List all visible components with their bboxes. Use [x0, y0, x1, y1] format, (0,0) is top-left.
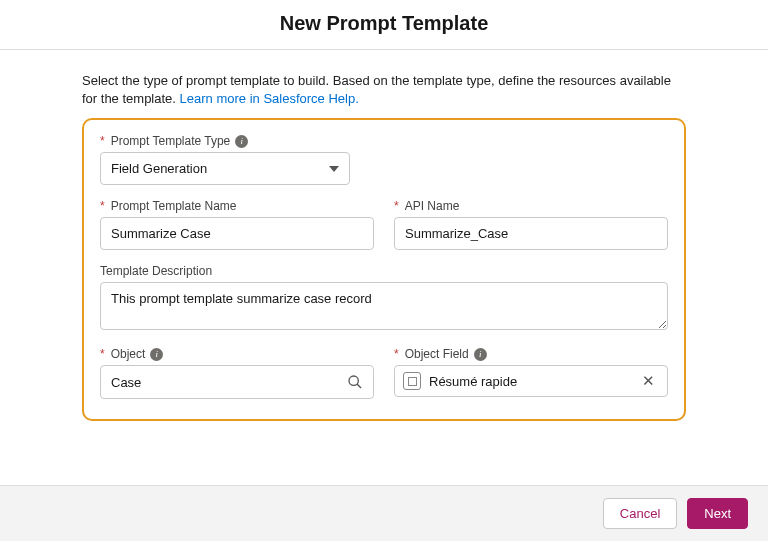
required-mark: *: [100, 134, 105, 148]
template-type-select[interactable]: Field Generation: [100, 152, 350, 185]
select-value: Field Generation: [111, 161, 207, 176]
label-text: Template Description: [100, 264, 212, 278]
label-description: Template Description: [100, 264, 668, 278]
svg-point-0: [349, 376, 358, 385]
label-text: Prompt Template Name: [111, 199, 237, 213]
modal-title: New Prompt Template: [0, 0, 768, 49]
info-icon[interactable]: i: [150, 348, 163, 361]
description-textarea[interactable]: [100, 282, 668, 330]
field-type-icon: [403, 372, 421, 390]
label-text: Object: [111, 347, 146, 361]
svg-line-1: [357, 384, 361, 388]
info-icon[interactable]: i: [235, 135, 248, 148]
cancel-button[interactable]: Cancel: [603, 498, 677, 529]
intro-copy: Select the type of prompt template to bu…: [82, 73, 671, 106]
modal-body: Select the type of prompt template to bu…: [0, 50, 768, 431]
intro-text: Select the type of prompt template to bu…: [82, 72, 686, 108]
required-mark: *: [394, 199, 399, 213]
search-icon: [347, 374, 363, 390]
clear-icon[interactable]: ✕: [638, 372, 659, 390]
chevron-down-icon: [329, 166, 339, 172]
highlight-box: * Prompt Template Type i Field Generatio…: [82, 118, 686, 421]
help-link[interactable]: Learn more in Salesforce Help.: [180, 91, 359, 106]
template-name-input[interactable]: [100, 217, 374, 250]
required-mark: *: [100, 199, 105, 213]
lookup-value: Case: [111, 375, 141, 390]
label-text: API Name: [405, 199, 460, 213]
label-api-name: * API Name: [394, 199, 668, 213]
info-icon[interactable]: i: [474, 348, 487, 361]
object-lookup[interactable]: Case: [100, 365, 374, 399]
object-field-input[interactable]: Résumé rapide ✕: [394, 365, 668, 397]
label-text: Object Field: [405, 347, 469, 361]
label-object: * Object i: [100, 347, 374, 361]
pill-label: Résumé rapide: [429, 374, 517, 389]
label-template-name: * Prompt Template Name: [100, 199, 374, 213]
label-object-field: * Object Field i: [394, 347, 668, 361]
api-name-input[interactable]: [394, 217, 668, 250]
label-text: Prompt Template Type: [111, 134, 231, 148]
required-mark: *: [394, 347, 399, 361]
modal-footer: Cancel Next: [0, 485, 768, 541]
required-mark: *: [100, 347, 105, 361]
next-button[interactable]: Next: [687, 498, 748, 529]
label-template-type: * Prompt Template Type i: [100, 134, 668, 148]
